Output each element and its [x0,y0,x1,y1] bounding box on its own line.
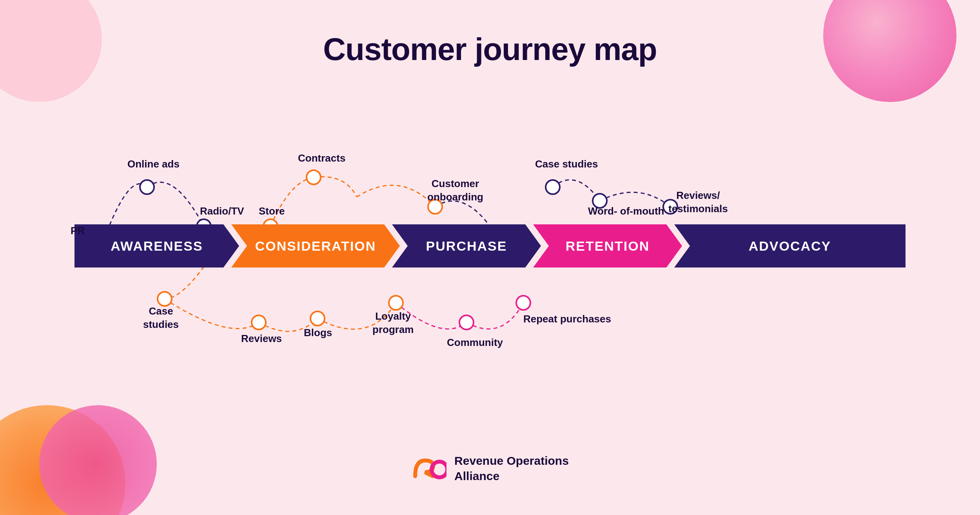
tp-label-reviews-testimonials: Reviews/testimonials [668,189,728,216]
svg-point-14 [516,296,530,310]
tp-label-online-ads: Online ads [127,158,180,171]
page-title: Customer journey map [323,31,657,67]
stage-consideration: CONSIDERATION [231,224,400,268]
stage-consideration-label: CONSIDERATION [255,238,376,254]
tp-label-store: Store [259,205,285,218]
stage-retention-label: RETENTION [566,238,650,254]
svg-point-9 [158,292,172,306]
svg-point-1 [140,180,154,194]
stage-awareness: AWARENESS [74,224,239,268]
stage-purchase: PURCHASE [392,224,541,268]
tp-label-loyalty-program: Loyaltyprogram [372,310,414,337]
tp-label-community: Community [447,336,503,349]
logo-area: Revenue OperationsAlliance [411,453,569,484]
logo-text: Revenue OperationsAlliance [454,453,569,484]
tp-label-word-of-mouth: Word- of-mouth [588,205,664,218]
tp-label-blogs: Blogs [304,326,332,340]
tp-label-contracts: Contracts [298,152,345,165]
stage-advocacy-label: ADVOCACY [749,238,831,254]
logo-icon [411,455,446,482]
svg-point-11 [310,311,325,326]
stage-purchase-label: PURCHASE [426,238,507,254]
svg-point-6 [546,180,560,194]
tp-label-repeat-purchases: Repeat purchases [523,313,611,326]
tp-label-case-studies-top: Case studies [535,158,598,171]
stage-awareness-label: AWARENESS [111,238,203,254]
tp-label-pr: PR [71,224,85,238]
svg-point-12 [389,296,403,310]
svg-point-13 [459,315,474,329]
svg-point-10 [252,315,266,329]
journey-area: AWARENESS CONSIDERATION PURCHASE RETENTI… [59,91,921,405]
tp-label-case-studies-bottom: Casestudies [143,305,179,331]
tp-label-radio-tv: Radio/TV [200,205,244,218]
main-container: Customer journey map [0,0,980,515]
arrow-bar: AWARENESS CONSIDERATION PURCHASE RETENTI… [74,224,906,268]
svg-point-4 [307,170,321,184]
tp-label-reviews: Reviews [241,332,282,346]
tp-label-customer-onboarding: Customeronboarding [427,177,483,204]
stage-retention: RETENTION [533,224,682,268]
stage-advocacy: ADVOCACY [674,224,906,268]
